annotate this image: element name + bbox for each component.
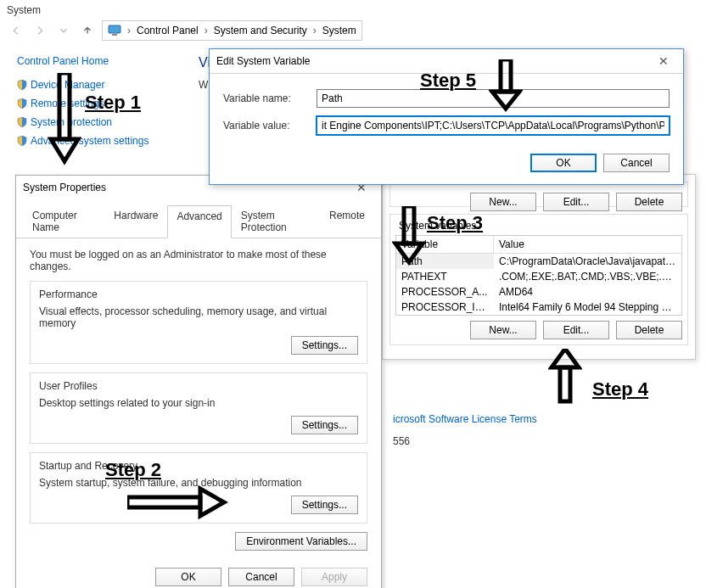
cell-var: PROCESSOR_A... <box>396 284 494 300</box>
annotation-step3: Step 3 <box>427 212 483 234</box>
svg-rect-1 <box>112 34 117 36</box>
shield-icon <box>17 136 27 146</box>
system-variables-table[interactable]: Variable Value Path C:\ProgramData\Oracl… <box>395 235 682 316</box>
cell-val: AMD64 <box>494 284 681 300</box>
computer-icon <box>108 25 121 36</box>
delete-system-var-button[interactable]: Delete <box>616 321 682 339</box>
up-arrow-icon[interactable] <box>78 21 97 40</box>
col-value: Value <box>494 236 681 253</box>
stray-text: 556 <box>393 435 410 447</box>
arrow-down-icon <box>392 206 426 266</box>
recent-dropdown-icon[interactable] <box>54 21 73 40</box>
tab-remote[interactable]: Remote <box>320 204 374 238</box>
user-profiles-settings-button[interactable]: Settings... <box>291 416 358 434</box>
group-desc: Visual effects, processor scheduling, me… <box>39 305 358 329</box>
tab-hardware[interactable]: Hardware <box>104 204 167 238</box>
variable-value-input[interactable] <box>317 116 670 135</box>
group-desc: Desktop settings related to your sign-in <box>39 397 358 409</box>
ok-button[interactable]: OK <box>530 154 597 172</box>
table-row[interactable]: PROCESSOR_ID... Intel64 Family 6 Model 9… <box>396 300 681 315</box>
forward-arrow-icon[interactable] <box>31 21 49 40</box>
edit-system-var-button[interactable]: Edit... <box>543 321 609 339</box>
variable-value-label: Variable value: <box>223 120 308 132</box>
cell-var: PROCESSOR_ID... <box>396 300 494 315</box>
shield-icon <box>17 80 27 90</box>
chevron-right-icon <box>311 25 319 36</box>
table-row[interactable]: PROCESSOR_A... AMD64 <box>396 284 681 300</box>
back-arrow-icon[interactable] <box>7 21 25 40</box>
sidebar-item-device-manager[interactable]: Device Manager <box>17 79 170 91</box>
control-panel-home-link[interactable]: Control Panel Home <box>17 55 170 67</box>
tab-system-protection[interactable]: System Protection <box>232 204 320 238</box>
group-legend: Performance <box>39 288 358 300</box>
dialog-title: Edit System Variable <box>216 55 311 67</box>
table-row[interactable]: Path C:\ProgramData\Oracle\Java\javapath… <box>396 254 681 269</box>
cell-var: PATHEXT <box>396 269 494 284</box>
chevron-right-icon <box>125 25 133 36</box>
arrow-down-icon <box>48 73 81 166</box>
new-user-var-button[interactable]: New... <box>470 193 536 211</box>
svg-marker-7 <box>395 244 423 262</box>
tab-advanced[interactable]: Advanced <box>167 205 231 238</box>
chevron-right-icon <box>202 25 210 36</box>
arrow-right-icon <box>127 485 229 519</box>
svg-rect-0 <box>109 25 120 33</box>
cell-val: C:\ProgramData\Oracle\Java\javapath;... <box>494 254 681 269</box>
ok-button[interactable]: OK <box>155 568 221 586</box>
tab-computer-name[interactable]: Computer Name <box>23 204 104 238</box>
arrow-down-icon <box>489 59 523 112</box>
cancel-button[interactable]: Cancel <box>603 154 670 172</box>
breadcrumb-item[interactable]: System <box>322 25 356 36</box>
svg-rect-2 <box>59 73 70 139</box>
arrow-up-icon <box>548 349 582 405</box>
svg-marker-8 <box>552 349 579 367</box>
svg-marker-11 <box>492 92 519 109</box>
breadcrumb-item[interactable]: Control Panel <box>137 25 199 36</box>
table-header: Variable Value <box>396 236 681 254</box>
performance-settings-button[interactable]: Settings... <box>291 336 358 355</box>
svg-rect-4 <box>127 497 200 507</box>
delete-user-var-button[interactable]: Delete <box>616 193 682 211</box>
startup-settings-button[interactable]: Settings... <box>291 496 358 514</box>
group-legend: Startup and Recovery <box>39 460 358 472</box>
license-terms-link[interactable]: icrosoft Software License Terms <box>393 413 537 425</box>
sidebar-item-advanced-system-settings[interactable]: Advanced system settings <box>17 135 170 147</box>
user-variables-group: New... Edit... Delete <box>389 182 688 207</box>
breadcrumb[interactable]: Control Panel System and Security System <box>102 20 362 41</box>
window-title: System <box>0 0 706 18</box>
annotation-step2: Step 2 <box>105 459 161 481</box>
environment-variables-dialog: New... Edit... Delete System variables V… <box>382 174 696 360</box>
tab-row: Computer Name Hardware Advanced System P… <box>16 199 381 238</box>
system-properties-dialog: System Properties ✕ Computer Name Hardwa… <box>15 175 382 588</box>
environment-variables-button[interactable]: Environment Variables... <box>235 532 367 551</box>
variable-name-label: Variable name: <box>223 92 308 104</box>
close-icon[interactable]: ✕ <box>651 54 676 68</box>
svg-rect-6 <box>404 206 414 244</box>
sidebar-item-system-protection[interactable]: System protection <box>17 116 170 128</box>
new-system-var-button[interactable]: New... <box>470 321 536 339</box>
svg-marker-3 <box>51 139 78 161</box>
cell-val: Intel64 Family 6 Model 94 Stepping 3, G.… <box>494 300 681 315</box>
svg-marker-5 <box>200 489 224 516</box>
user-profiles-group: User Profiles Desktop settings related t… <box>30 372 367 444</box>
group-legend: User Profiles <box>39 380 358 392</box>
table-row[interactable]: PATHEXT .COM;.EXE;.BAT;.CMD;.VBS;.VBE;.J… <box>396 269 681 284</box>
svg-rect-10 <box>501 59 511 92</box>
shield-icon <box>17 117 27 127</box>
annotation-step1: Step 1 <box>85 92 141 114</box>
annotation-step4: Step 4 <box>592 378 648 400</box>
shield-icon <box>17 98 27 109</box>
dialog-title: System Properties <box>23 182 106 193</box>
edit-user-var-button[interactable]: Edit... <box>543 193 609 211</box>
cancel-button[interactable]: Cancel <box>228 568 294 586</box>
apply-button[interactable]: Apply <box>301 568 367 586</box>
svg-rect-9 <box>560 367 570 401</box>
performance-group: Performance Visual effects, processor sc… <box>30 281 367 364</box>
annotation-step5: Step 5 <box>420 70 476 92</box>
cell-val: .COM;.EXE;.BAT;.CMD;.VBS;.VBE;.JS;... <box>494 269 681 284</box>
admin-note: You must be logged on as an Administrato… <box>30 249 367 272</box>
nav-bar: Control Panel System and Security System <box>0 18 706 43</box>
breadcrumb-item[interactable]: System and Security <box>214 25 307 36</box>
